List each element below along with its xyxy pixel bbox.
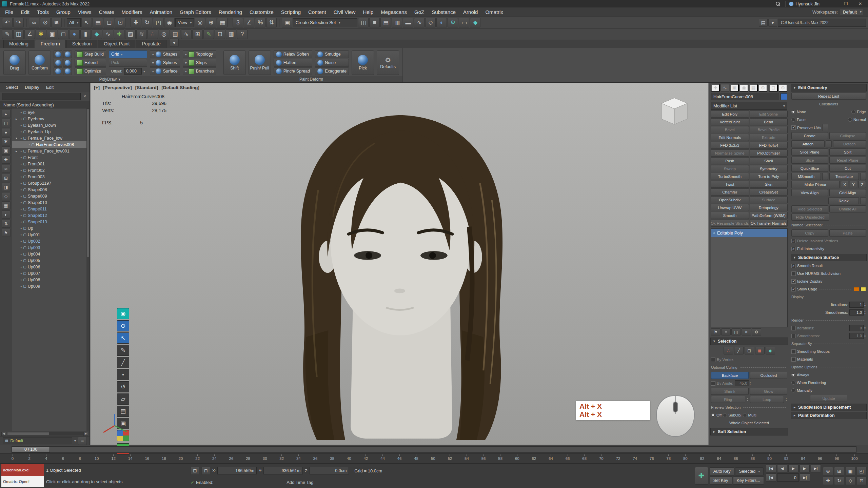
show-cage-checkbox[interactable] <box>791 287 796 291</box>
workspace-value[interactable]: Default▾ <box>840 9 863 15</box>
modifier-button[interactable]: Ox Transfer Normals <box>750 220 788 227</box>
planar-y-button[interactable]: Y <box>850 181 857 188</box>
angle-snap-icon[interactable]: ∠ <box>244 18 254 27</box>
planar-x-button[interactable]: X <box>841 181 848 188</box>
display-shapes-icon[interactable]: ● <box>2 128 11 136</box>
view-align-button[interactable]: View Align <box>791 189 828 196</box>
point-icon[interactable]: • <box>117 369 129 380</box>
maxscript-mini-listener[interactable]: actionMan.exe! Omatrix: Open! <box>1 464 44 487</box>
pan-icon[interactable]: ✚ <box>823 476 833 485</box>
preview-off-radio[interactable] <box>711 413 715 417</box>
render-setup-icon[interactable]: ⚙ <box>448 18 458 27</box>
expand-arrow-icon[interactable]: ▸ <box>16 149 19 153</box>
modifier-button[interactable]: Ox Resample Strands <box>711 220 749 227</box>
hide-selected-button[interactable]: Hide Selected <box>791 205 828 212</box>
layer-icon[interactable]: ▤ <box>170 29 180 39</box>
visibility-dot-icon[interactable]: ● <box>20 182 22 184</box>
go-to-end-icon[interactable]: ▶| <box>811 464 821 472</box>
cloth-icon[interactable]: ▨ <box>125 29 136 39</box>
minimize-button[interactable]: — <box>826 0 837 7</box>
tree-row[interactable]: ● ▢ Shape010 <box>12 199 90 206</box>
snaps-toggle-icon[interactable]: 3 <box>233 18 243 27</box>
select-and-place-icon[interactable]: ◉ <box>164 18 175 27</box>
explorer-menu-item[interactable]: Display <box>22 84 42 90</box>
visibility-dot-icon[interactable]: ● <box>20 124 22 126</box>
light-icon[interactable]: ✱ <box>36 29 46 39</box>
auto-key-button[interactable]: Auto Key <box>710 467 734 475</box>
keyboard-override-icon[interactable]: ▦ <box>217 18 228 27</box>
relax-settings-button[interactable] <box>860 197 866 204</box>
visibility-dot-icon[interactable]: ● <box>20 118 22 120</box>
add-time-tag[interactable]: Add Time Tag <box>287 480 313 485</box>
smooth-result-checkbox[interactable] <box>791 264 796 268</box>
sphere-icon[interactable]: ● <box>69 29 80 39</box>
z-coordinate-field[interactable]: Z:0.0cm <box>305 467 349 474</box>
camera-icon[interactable]: ▣ <box>47 29 57 39</box>
smudge-button[interactable]: Smudge <box>315 50 349 58</box>
display-helpers-icon[interactable]: ✚ <box>2 156 11 164</box>
preserve-uvs-checkbox[interactable] <box>791 125 796 130</box>
zoom-region-icon[interactable]: ◰ <box>856 467 867 475</box>
teapot-icon[interactable]: ◆ <box>92 29 102 39</box>
update-manually-radio[interactable] <box>791 388 795 392</box>
explorer-menu-item[interactable]: Select <box>3 84 21 90</box>
object-color-swatch[interactable] <box>781 93 787 100</box>
make-unique-icon[interactable]: ◫ <box>731 328 741 336</box>
workspaces-selector[interactable]: Workspaces: Default▾ <box>812 9 863 15</box>
expand-arrow-icon[interactable]: ▸ <box>16 117 19 121</box>
render-smoothness-spinner[interactable]: 1.0▲▼ <box>849 333 866 339</box>
reset-plane-button[interactable]: Reset Plane <box>829 157 866 164</box>
constraint-none-radio[interactable] <box>791 110 795 114</box>
cage-selected-color-swatch[interactable] <box>861 287 866 291</box>
modifier-button[interactable]: Unwrap UVW <box>711 204 749 211</box>
render-smoothness-checkbox[interactable] <box>791 334 796 338</box>
tree-row[interactable]: ● ▢ Up008 <box>12 277 90 283</box>
tree-row[interactable]: ● ▢ Group52197 <box>12 180 90 186</box>
tessellate-button[interactable]: Tessellate <box>829 173 859 180</box>
cut-button[interactable]: Cut <box>829 165 866 172</box>
spinner-snap-icon[interactable]: ⇅ <box>266 18 277 27</box>
panel-config-icon[interactable]: ⚙ <box>778 84 787 92</box>
smoothing-groups-checkbox[interactable] <box>791 349 796 354</box>
flatten-button[interactable]: Flatten <box>274 59 313 67</box>
array-icon[interactable]: ⊞ <box>192 29 203 39</box>
modifier-button[interactable]: Bend <box>750 118 788 125</box>
key-filters-button[interactable]: Key Filters... <box>733 476 764 485</box>
tessellate-settings-button[interactable] <box>860 173 866 180</box>
menu-item[interactable]: Edit <box>17 8 33 16</box>
zoom-icon[interactable]: ⊕ <box>823 467 833 475</box>
current-frame-field[interactable]: 0 <box>777 473 799 482</box>
tree-row[interactable]: ▸ ● ▢ Eyebrow <box>12 116 90 122</box>
next-frame-icon[interactable]: ▶ <box>800 464 810 472</box>
unlink-selection-icon[interactable]: ⊘ <box>40 18 51 27</box>
menu-item[interactable]: File <box>1 8 17 16</box>
menu-item[interactable]: Tools <box>33 8 53 16</box>
motion-tab-icon[interactable]: ◉ <box>739 84 748 92</box>
stack-bulb-icon[interactable]: ○ <box>713 231 715 235</box>
pen-icon[interactable]: ✎ <box>117 345 129 356</box>
undo-icon[interactable]: ↶ <box>2 18 13 27</box>
menu-item[interactable]: Modifiers <box>118 8 146 16</box>
menu-item[interactable]: Civil View <box>330 8 359 16</box>
polygon-mode-icon[interactable]: ◼ <box>755 347 765 354</box>
modifier-button[interactable]: Retopology <box>750 204 788 211</box>
modifier-button[interactable]: Smooth <box>711 212 749 219</box>
menu-item[interactable]: Arnold <box>459 8 481 16</box>
visibility-dot-icon[interactable]: ● <box>20 272 22 274</box>
tree-row[interactable]: ● ▢ Up004 <box>12 251 90 257</box>
stack-item-editable-poly[interactable]: ○ Editable Poly <box>711 229 787 237</box>
display-groups-icon[interactable]: ⊞ <box>2 174 11 182</box>
play-icon[interactable]: ▶ <box>788 464 798 472</box>
full-interactivity-checkbox[interactable] <box>791 247 796 251</box>
pin-stack-icon[interactable]: ⚑ <box>711 328 721 336</box>
scene-explorer-toggle-icon[interactable]: ▤ <box>380 18 391 27</box>
ribbon-tab[interactable]: Selection <box>66 40 98 48</box>
menu-item[interactable]: Content <box>304 8 330 16</box>
modifier-list-dropdown[interactable]: Modifier List▾ <box>711 102 787 110</box>
hierarchy-tab-icon[interactable]: ▣ <box>730 84 739 92</box>
tree-row[interactable]: ● ▢ Shape013 <box>12 219 90 225</box>
snapshot-icon[interactable]: ⊡ <box>215 29 225 39</box>
ornatrix-logo-icon[interactable]: ◉ <box>117 308 129 319</box>
make-planar-button[interactable]: Make Planar <box>791 181 840 188</box>
ribbon-toggle-icon[interactable]: ▬ <box>403 18 413 27</box>
